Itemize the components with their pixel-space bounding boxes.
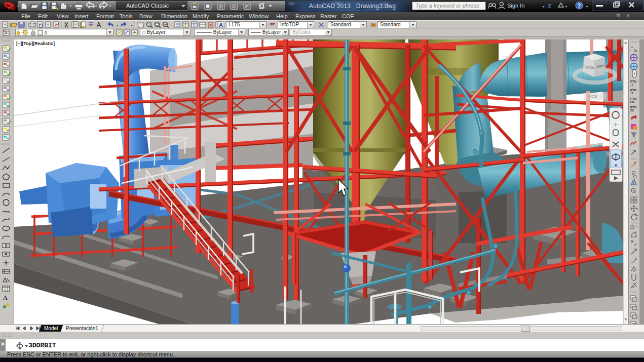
svg-text:PTO20: PTO20	[630, 106, 637, 112]
svg-text:BACK: BACK	[585, 65, 595, 69]
svg-text:PTO1: PTO1	[630, 80, 637, 86]
svg-text:[−][Top][Realistic]: [−][Top][Realistic]	[16, 41, 55, 46]
svg-text:WCS: WCS	[588, 94, 597, 99]
svg-text:?: ?	[578, 3, 581, 9]
svg-text:PTO2: PTO2	[630, 89, 637, 95]
svg-text:A: A	[219, 22, 223, 28]
svg-text:X: X	[547, 2, 552, 10]
svg-text:0: 0	[45, 30, 47, 35]
svg-text:LEFT: LEFT	[596, 64, 604, 68]
svg-text:A: A	[3, 294, 8, 301]
svg-text:PTOR0: PTOR0	[630, 97, 637, 103]
